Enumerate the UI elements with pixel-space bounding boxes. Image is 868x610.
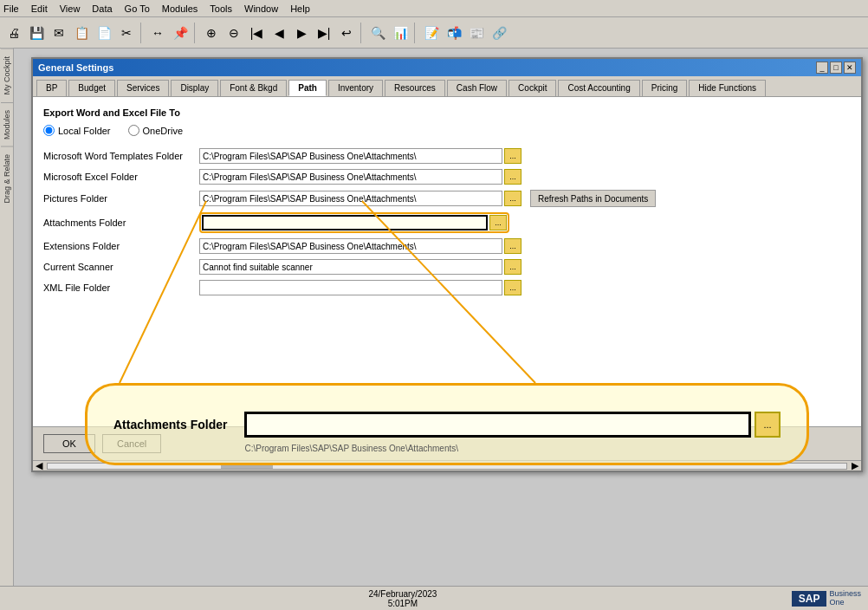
word-templates-browse[interactable]: ... (504, 148, 521, 164)
toolbar-separator-4 (414, 23, 418, 43)
menu-tools[interactable]: Tools (210, 3, 232, 14)
xml-file-row: XML File Folder ... (43, 280, 851, 295)
toolbar-btn-6[interactable]: ✂ (116, 23, 137, 43)
status-date: 24/February/2023 (368, 589, 437, 599)
pictures-folder-row: Pictures Folder ... Refresh Paths in Doc… (43, 190, 851, 207)
word-templates-input[interactable] (199, 148, 502, 164)
tab-services[interactable]: Services (117, 80, 169, 96)
toolbar-btn-2[interactable]: 💾 (26, 23, 47, 43)
status-time: 5:01PM (388, 599, 418, 608)
toolbar-btn-nav5[interactable]: ↩ (336, 23, 357, 43)
extensions-folder-browse[interactable]: ... (504, 238, 521, 254)
left-tab-cockpit[interactable]: My Cockpit (1, 49, 13, 102)
scanner-browse[interactable]: ... (504, 259, 521, 275)
scanner-row: Current Scanner ... (43, 259, 851, 275)
toolbar-btn-1[interactable]: 🖨 (3, 23, 24, 43)
main-area: General Settings _ □ ✕ BP Budget Service… (14, 49, 868, 586)
dialog-controls: _ □ ✕ (816, 62, 856, 74)
storage-radio-group: Local Folder OneDrive (43, 125, 851, 136)
status-center: 24/February/2023 5:01PM (351, 589, 454, 608)
toolbar-btn-8[interactable]: 📌 (170, 23, 191, 43)
sap-logo: SAP (792, 591, 827, 607)
local-folder-option[interactable]: Local Folder (43, 125, 111, 136)
zoom-attachments-input[interactable] (244, 412, 751, 438)
excel-folder-row: Microsoft Excel Folder ... (43, 169, 851, 185)
onedrive-label: OneDrive (143, 126, 183, 136)
toolbar-btn-12[interactable]: 📊 (390, 23, 411, 43)
tab-resources[interactable]: Resources (385, 80, 445, 96)
excel-folder-input[interactable] (199, 169, 502, 185)
tab-cost-accounting[interactable]: Cost Accounting (558, 80, 639, 96)
dialog-close-button[interactable]: ✕ (844, 62, 856, 74)
toolbar-btn-13[interactable]: 📝 (421, 23, 442, 43)
toolbar-btn-5[interactable]: 📄 (94, 23, 114, 43)
tab-bp[interactable]: BP (36, 80, 67, 96)
toolbar-btn-16[interactable]: 🔗 (489, 23, 509, 43)
tab-budget[interactable]: Budget (68, 80, 115, 96)
pictures-folder-input[interactable] (199, 191, 502, 206)
local-folder-label: Local Folder (58, 126, 111, 136)
scanner-label: Current Scanner (43, 262, 199, 272)
tab-inventory[interactable]: Inventory (328, 80, 383, 96)
toolbar-btn-9[interactable]: ⊕ (201, 23, 222, 43)
attachments-folder-row: Attachments Folder ... (43, 212, 851, 233)
scroll-left-arrow[interactable]: ◀ (33, 460, 45, 471)
scanner-input[interactable] (199, 259, 502, 275)
menu-help[interactable]: Help (290, 3, 310, 14)
menu-file[interactable]: File (3, 3, 19, 14)
excel-folder-browse[interactable]: ... (504, 169, 521, 185)
tab-path[interactable]: Path (288, 80, 327, 96)
extensions-folder-label: Extensions Folder (43, 241, 199, 251)
dialog-minimize-button[interactable]: _ (816, 62, 828, 74)
general-settings-dialog: General Settings _ □ ✕ BP Budget Service… (31, 57, 863, 472)
tab-cashflow[interactable]: Cash Flow (447, 80, 507, 96)
dialog-titlebar: General Settings _ □ ✕ (33, 59, 861, 76)
toolbar-btn-4[interactable]: 📋 (71, 23, 92, 43)
toolbar-btn-11[interactable]: 🔍 (367, 23, 388, 43)
xml-file-label: XML File Folder (43, 282, 199, 293)
xml-file-input[interactable] (199, 280, 502, 295)
toolbar-btn-15[interactable]: 📰 (466, 23, 487, 43)
sap-logo-area: SAP BusinessOne (792, 590, 861, 607)
local-folder-radio[interactable] (43, 125, 55, 136)
tab-hide-functions[interactable]: Hide Functions (689, 80, 766, 96)
toolbar-btn-14[interactable]: 📬 (444, 23, 464, 43)
dialog-maximize-button[interactable]: □ (830, 62, 842, 74)
excel-folder-label: Microsoft Excel Folder (43, 172, 199, 182)
attachments-folder-browse[interactable]: ... (489, 215, 507, 230)
pictures-folder-browse[interactable]: ... (504, 191, 521, 206)
status-bar: 24/February/2023 5:01PM SAP BusinessOne (0, 586, 868, 610)
menu-edit[interactable]: Edit (31, 3, 48, 14)
tab-display[interactable]: Display (171, 80, 218, 96)
menu-goto[interactable]: Go To (125, 3, 150, 14)
toolbar-btn-nav2[interactable]: ◀ (269, 23, 289, 43)
menu-data[interactable]: Data (92, 3, 112, 14)
left-tab-modules[interactable]: Modules (1, 102, 13, 146)
left-tab-drag[interactable]: Drag & Relate (1, 146, 13, 211)
extensions-folder-input[interactable] (199, 238, 502, 254)
toolbar-btn-nav1[interactable]: |◀ (246, 23, 267, 43)
toolbar-separator-3 (360, 23, 364, 43)
scroll-right-arrow[interactable]: ▶ (849, 460, 861, 471)
menu-view[interactable]: View (60, 3, 81, 14)
tab-font-bkgd[interactable]: Font & Bkgd (220, 80, 287, 96)
toolbar-btn-3[interactable]: ✉ (49, 23, 69, 43)
toolbar-btn-nav3[interactable]: ▶ (291, 23, 312, 43)
left-panel: My Cockpit Modules Drag & Relate (0, 49, 14, 586)
onedrive-radio[interactable] (128, 125, 139, 136)
dialog-content: Export Word and Excel File To Local Fold… (33, 97, 861, 426)
attachments-folder-input[interactable] (202, 215, 488, 230)
tab-cockpit[interactable]: Cockpit (508, 80, 556, 96)
toolbar-btn-nav4[interactable]: ▶| (314, 23, 334, 43)
xml-file-browse[interactable]: ... (504, 280, 521, 295)
settings-tabs: BP Budget Services Display Font & Bkgd P… (33, 76, 861, 97)
toolbar-btn-7[interactable]: ↔ (147, 23, 168, 43)
refresh-paths-button[interactable]: Refresh Paths in Documents (530, 190, 656, 207)
menu-modules[interactable]: Modules (162, 3, 198, 14)
tab-pricing[interactable]: Pricing (642, 80, 688, 96)
toolbar-btn-10[interactable]: ⊖ (223, 23, 244, 43)
zoom-annotation-box: Attachments Folder ... C:\Program Files\… (85, 383, 809, 465)
onedrive-option[interactable]: OneDrive (128, 125, 183, 136)
zoom-browse-button[interactable]: ... (755, 412, 781, 438)
menu-window[interactable]: Window (244, 3, 278, 14)
